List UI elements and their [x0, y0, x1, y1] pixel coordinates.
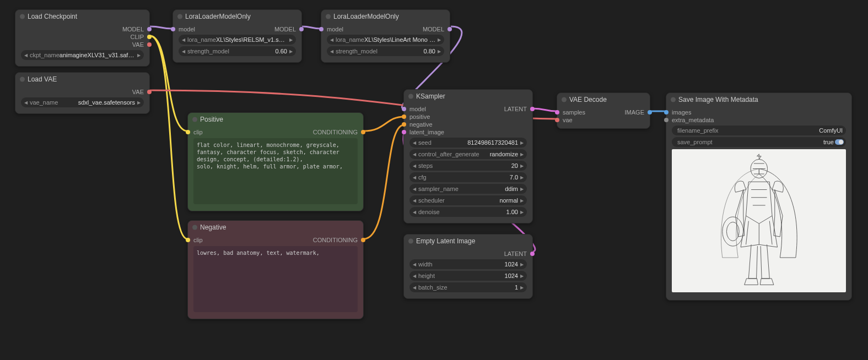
port-dot[interactable]: [402, 107, 406, 111]
port-dot[interactable]: [147, 35, 152, 39]
arrow-left-icon[interactable]: ◀: [412, 262, 417, 267]
widget-denoise[interactable]: ◀denoise1.00▶: [409, 207, 527, 217]
node-header[interactable]: Negative: [188, 221, 363, 234]
port-dot[interactable]: [664, 118, 668, 122]
node-header[interactable]: LoraLoaderModelOnly: [321, 10, 450, 23]
port-dot[interactable]: [402, 122, 406, 127]
port-dot[interactable]: [319, 27, 324, 31]
arrow-left-icon[interactable]: ◀: [412, 140, 417, 145]
widget-seed[interactable]: ◀seed812498617320481▶: [409, 138, 527, 148]
arrow-left-icon[interactable]: ◀: [412, 198, 417, 203]
arrow-left-icon[interactable]: ◀: [23, 53, 29, 58]
arrow-right-icon[interactable]: ▶: [288, 49, 294, 54]
arrow-left-icon[interactable]: ◀: [329, 37, 335, 42]
port-dot[interactable]: [648, 110, 652, 114]
collapse-icon[interactable]: [671, 97, 676, 102]
arrow-left-icon[interactable]: ◀: [412, 274, 417, 279]
arrow-left-icon[interactable]: ◀: [181, 49, 186, 54]
arrow-left-icon[interactable]: ◀: [181, 37, 186, 42]
arrow-right-icon[interactable]: ▶: [519, 175, 525, 180]
arrow-left-icon[interactable]: ◀: [412, 210, 417, 215]
negative-prompt-text[interactable]: lowres, bad anatomy, text, watermark,: [193, 246, 358, 312]
widget-save-prompt[interactable]: save_prompt true: [672, 137, 846, 147]
widget-batch_size[interactable]: ◀batch_size1▶: [409, 282, 527, 292]
arrow-right-icon[interactable]: ▶: [519, 285, 525, 290]
arrow-left-icon[interactable]: ◀: [412, 187, 417, 192]
node-header[interactable]: Load Checkpoint: [15, 10, 149, 23]
collapse-icon[interactable]: [562, 97, 567, 102]
node-positive-prompt[interactable]: Positive clip CONDITIONING flat color, l…: [187, 112, 364, 211]
port-dot[interactable]: [448, 27, 452, 31]
arrow-right-icon[interactable]: ▶: [519, 210, 525, 215]
collapse-icon[interactable]: [192, 117, 197, 122]
widget-lora-name[interactable]: ◀ lora_name XL\Styles\RELSM_v1.safete… ▶: [179, 35, 296, 45]
node-header[interactable]: Load VAE: [15, 73, 149, 86]
node-header[interactable]: Save Image With Metadata: [666, 93, 851, 106]
arrow-left-icon[interactable]: ◀: [412, 285, 417, 290]
arrow-right-icon[interactable]: ▶: [519, 140, 525, 145]
collapse-icon[interactable]: [326, 14, 331, 19]
arrow-right-icon[interactable]: ▶: [519, 187, 525, 192]
arrow-right-icon[interactable]: ▶: [519, 262, 525, 267]
arrow-right-icon[interactable]: ▶: [519, 163, 525, 168]
node-negative-prompt[interactable]: Negative clip CONDITIONING lowres, bad a…: [187, 220, 364, 319]
node-load-checkpoint[interactable]: Load Checkpoint MODEL CLIP VAE ◀ ckpt_na…: [15, 9, 150, 67]
arrow-right-icon[interactable]: ▶: [519, 152, 525, 157]
port-dot[interactable]: [171, 27, 175, 31]
widget-strength[interactable]: ◀ strength_model 0.60 ▶: [179, 46, 296, 56]
node-header[interactable]: VAE Decode: [557, 93, 650, 106]
port-dot[interactable]: [186, 238, 190, 242]
node-header[interactable]: Empty Latent Image: [404, 234, 532, 248]
collapse-icon[interactable]: [192, 225, 197, 230]
output-image-preview[interactable]: [672, 149, 846, 292]
port-dot[interactable]: [555, 110, 559, 114]
node-load-vae[interactable]: Load VAE VAE ◀ vae_name sdxl_vae.safeten…: [15, 72, 150, 114]
arrow-left-icon[interactable]: ◀: [412, 175, 417, 180]
node-lora-1[interactable]: LoraLoaderModelOnly model MODEL ◀ lora_n…: [172, 9, 302, 63]
positive-prompt-text[interactable]: flat color, lineart, monochrome, greysca…: [193, 138, 358, 204]
widget-scheduler[interactable]: ◀schedulernormal▶: [409, 195, 527, 205]
port-dot[interactable]: [530, 252, 535, 256]
node-ksampler[interactable]: KSampler model LATENT positive negative …: [403, 89, 533, 223]
port-dot[interactable]: [530, 107, 535, 111]
port-dot[interactable]: [299, 27, 304, 31]
widget-height[interactable]: ◀height1024▶: [409, 271, 527, 281]
node-vae-decode[interactable]: VAE Decode samples IMAGE vae: [557, 92, 650, 129]
node-lora-2[interactable]: LoraLoaderModelOnly model MODEL ◀ lora_n…: [321, 9, 450, 63]
port-dot[interactable]: [361, 238, 365, 242]
widget-strength[interactable]: ◀ strength_model 0.80 ▶: [327, 46, 444, 56]
widget-steps[interactable]: ◀steps20▶: [409, 161, 527, 171]
arrow-right-icon[interactable]: ▶: [136, 100, 142, 105]
widget-vae-name[interactable]: ◀ vae_name sdxl_vae.safetensors ▶: [21, 97, 144, 107]
port-dot[interactable]: [147, 27, 152, 31]
collapse-icon[interactable]: [20, 14, 25, 19]
arrow-left-icon[interactable]: ◀: [412, 152, 417, 157]
arrow-right-icon[interactable]: ▶: [519, 198, 525, 203]
arrow-left-icon[interactable]: ◀: [412, 163, 417, 168]
port-dot[interactable]: [664, 110, 668, 114]
arrow-right-icon[interactable]: ▶: [436, 49, 442, 54]
node-header[interactable]: LoraLoaderModelOnly: [173, 10, 301, 23]
port-dot[interactable]: [402, 130, 406, 134]
port-dot[interactable]: [361, 130, 365, 134]
arrow-left-icon[interactable]: ◀: [23, 100, 29, 105]
arrow-right-icon[interactable]: ▶: [436, 37, 442, 42]
widget-sampler_name[interactable]: ◀sampler_nameddim▶: [409, 184, 527, 194]
arrow-right-icon[interactable]: ▶: [136, 53, 142, 58]
toggle-icon[interactable]: [835, 139, 844, 145]
node-header[interactable]: Positive: [188, 113, 363, 126]
collapse-icon[interactable]: [408, 239, 413, 244]
widget-control_after_generate[interactable]: ◀control_after_generaterandomize▶: [409, 149, 527, 159]
node-save-image[interactable]: Save Image With Metadata images extra_me…: [666, 92, 852, 301]
port-dot[interactable]: [147, 90, 152, 94]
port-dot[interactable]: [555, 118, 559, 122]
arrow-right-icon[interactable]: ▶: [519, 274, 525, 279]
arrow-right-icon[interactable]: ▶: [288, 37, 294, 42]
collapse-icon[interactable]: [20, 77, 25, 82]
collapse-icon[interactable]: [177, 14, 182, 19]
widget-lora-name[interactable]: ◀ lora_name XL\Styles\LineArt Mono Sty… …: [327, 35, 444, 45]
collapse-icon[interactable]: [408, 94, 413, 99]
port-dot[interactable]: [186, 130, 190, 134]
widget-width[interactable]: ◀width1024▶: [409, 259, 527, 269]
widget-filename-prefix[interactable]: filename_prefix ComfyUI: [672, 126, 846, 135]
